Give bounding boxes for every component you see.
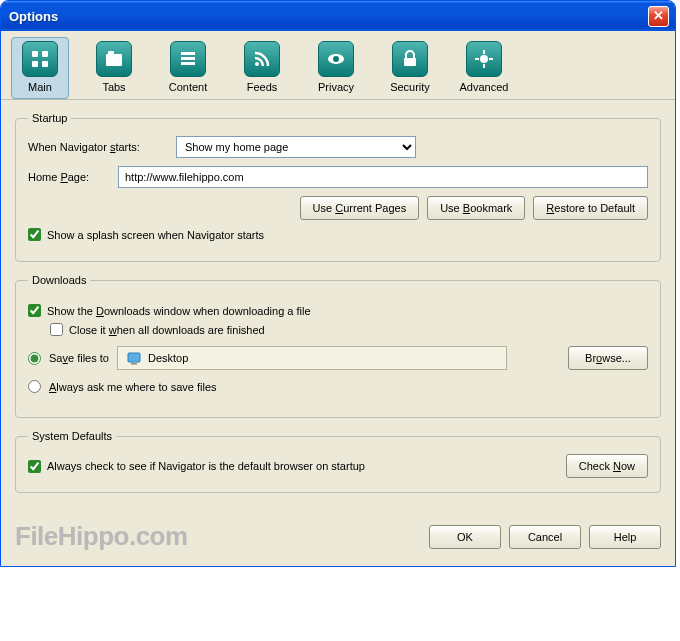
desktop-icon bbox=[126, 350, 142, 366]
svg-rect-19 bbox=[131, 363, 137, 365]
close-when-done-row[interactable]: Close it when all downloads are finished bbox=[50, 323, 648, 336]
tab-feeds[interactable]: Feeds bbox=[233, 37, 291, 99]
main-panel: Startup When Navigator starts: Show my h… bbox=[1, 100, 675, 515]
svg-rect-1 bbox=[42, 51, 48, 57]
check-now-button[interactable]: Check Now bbox=[566, 454, 648, 478]
category-toolbar: Main Tabs Content Feeds Privacy bbox=[1, 31, 675, 100]
watermark: FileHippo.com bbox=[15, 521, 429, 552]
default-browser-label: Always check to see if Navigator is the … bbox=[47, 460, 365, 472]
home-page-input[interactable] bbox=[118, 166, 648, 188]
system-defaults-group: System Defaults Always check to see if N… bbox=[15, 430, 661, 493]
options-window: Options ✕ Main Tabs Content Feeds bbox=[0, 0, 676, 567]
content-icon bbox=[170, 41, 206, 77]
always-ask-radio[interactable] bbox=[28, 380, 41, 393]
default-browser-row[interactable]: Always check to see if Navigator is the … bbox=[28, 460, 566, 473]
downloads-group: Downloads Show the Downloads window when… bbox=[15, 274, 661, 418]
cancel-button[interactable]: Cancel bbox=[509, 525, 581, 549]
startup-group: Startup When Navigator starts: Show my h… bbox=[15, 112, 661, 262]
tab-label: Security bbox=[390, 81, 430, 93]
save-path-value: Desktop bbox=[148, 352, 188, 364]
close-when-done-label: Close it when all downloads are finished bbox=[69, 324, 265, 336]
always-ask-label: Always ask me where to save files bbox=[49, 381, 217, 393]
svg-rect-18 bbox=[128, 353, 140, 362]
tab-privacy[interactable]: Privacy bbox=[307, 37, 365, 99]
startup-legend: Startup bbox=[28, 112, 71, 124]
svg-rect-16 bbox=[475, 58, 479, 60]
gear-icon bbox=[466, 41, 502, 77]
svg-rect-14 bbox=[483, 50, 485, 54]
tab-label: Advanced bbox=[460, 81, 509, 93]
help-button[interactable]: Help bbox=[589, 525, 661, 549]
show-downloads-row[interactable]: Show the Downloads window when downloadi… bbox=[28, 304, 648, 317]
svg-point-9 bbox=[255, 62, 259, 66]
tab-label: Privacy bbox=[318, 81, 354, 93]
tab-advanced[interactable]: Advanced bbox=[455, 37, 513, 99]
splash-checkbox[interactable] bbox=[28, 228, 41, 241]
svg-rect-0 bbox=[32, 51, 38, 57]
save-to-radio[interactable] bbox=[28, 352, 41, 365]
when-starts-label: When Navigator starts: bbox=[28, 141, 168, 153]
tabs-icon bbox=[96, 41, 132, 77]
feeds-icon bbox=[244, 41, 280, 77]
svg-rect-6 bbox=[181, 52, 195, 55]
downloads-legend: Downloads bbox=[28, 274, 90, 286]
window-title: Options bbox=[7, 9, 648, 24]
use-current-pages-button[interactable]: Use Current Pages bbox=[300, 196, 420, 220]
svg-rect-7 bbox=[181, 57, 195, 60]
close-when-done-checkbox[interactable] bbox=[50, 323, 63, 336]
restore-default-button[interactable]: Restore to Default bbox=[533, 196, 648, 220]
when-starts-select[interactable]: Show my home page bbox=[176, 136, 416, 158]
svg-rect-3 bbox=[42, 61, 48, 67]
splash-checkbox-row[interactable]: Show a splash screen when Navigator star… bbox=[28, 228, 648, 241]
tab-label: Feeds bbox=[247, 81, 278, 93]
svg-rect-15 bbox=[483, 64, 485, 68]
lock-icon bbox=[392, 41, 428, 77]
svg-rect-17 bbox=[489, 58, 493, 60]
svg-rect-2 bbox=[32, 61, 38, 67]
home-page-label: Home Page: bbox=[28, 171, 110, 183]
tab-content[interactable]: Content bbox=[159, 37, 217, 99]
tab-label: Content bbox=[169, 81, 208, 93]
privacy-icon bbox=[318, 41, 354, 77]
show-downloads-checkbox[interactable] bbox=[28, 304, 41, 317]
tab-main[interactable]: Main bbox=[11, 37, 69, 99]
svg-rect-5 bbox=[108, 51, 114, 55]
svg-rect-8 bbox=[181, 62, 195, 65]
show-downloads-label: Show the Downloads window when downloadi… bbox=[47, 305, 311, 317]
tab-label: Tabs bbox=[102, 81, 125, 93]
svg-rect-4 bbox=[106, 54, 122, 66]
splash-label: Show a splash screen when Navigator star… bbox=[47, 229, 264, 241]
tab-security[interactable]: Security bbox=[381, 37, 439, 99]
svg-point-13 bbox=[480, 55, 488, 63]
tab-label: Main bbox=[28, 81, 52, 93]
svg-rect-12 bbox=[404, 58, 416, 66]
save-path-box: Desktop bbox=[117, 346, 507, 370]
titlebar[interactable]: Options ✕ bbox=[1, 1, 675, 31]
tab-tabs[interactable]: Tabs bbox=[85, 37, 143, 99]
default-browser-checkbox[interactable] bbox=[28, 460, 41, 473]
svg-point-11 bbox=[333, 56, 339, 62]
bottom-bar: FileHippo.com OK Cancel Help bbox=[1, 515, 675, 566]
browse-button[interactable]: Browse... bbox=[568, 346, 648, 370]
close-icon[interactable]: ✕ bbox=[648, 6, 669, 27]
ok-button[interactable]: OK bbox=[429, 525, 501, 549]
main-icon bbox=[22, 41, 58, 77]
sysdef-legend: System Defaults bbox=[28, 430, 116, 442]
use-bookmark-button[interactable]: Use Bookmark bbox=[427, 196, 525, 220]
save-to-label: Save files to bbox=[49, 352, 109, 364]
